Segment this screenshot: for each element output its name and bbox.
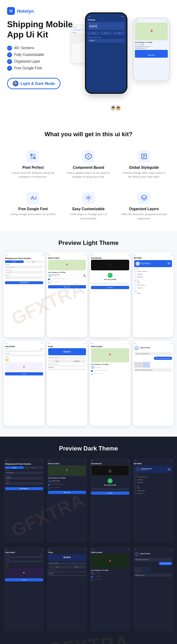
dark-screen-tracking2: 9:41●● Tracky $5,560.00 Enter track numb… [47, 547, 88, 632]
dark-screen-tracking: 9:41●● Detail Location Your Package on T… [47, 458, 88, 543]
component-icon-wrap [82, 150, 95, 163]
layers-icon-wrap [138, 191, 150, 204]
dark-screen-scan: 9:41●● Scan Barcode ▦ ✓ Scan Successfull… [90, 458, 131, 543]
avatar-cluster: 👦 👧 [110, 104, 122, 111]
light-screen-tracking2: 9:41●● Tracky $5,560.00 Enter track numb… [47, 341, 88, 426]
feature-item-1: 40+ Screens [7, 46, 74, 51]
main-phone-mockup: 9:41▶ ▼ Tracking Enter track number $5,5… [85, 12, 127, 94]
light-preview-title: Preview Light Theme [4, 240, 173, 247]
feature-card-title-component: Component Based [73, 166, 104, 169]
feature-card-title-styleguide: Global Styleguide [129, 166, 159, 169]
dark-preview-title: Preview Dark Theme [4, 445, 173, 452]
light-preview-section: GFXTRA Preview Light Theme 9:41●● Shippi… [0, 231, 177, 437]
light-screens-row1: 9:41●● Shipping and Track Anytime Sign U… [4, 252, 173, 338]
dark-screen-profile: 9:41●● My Profile Jimmy Salamoni jimmy@g… [133, 458, 174, 543]
svg-rect-1 [33, 154, 36, 156]
feature-card-font: Aa Free Google Font Using Google font kn… [7, 188, 59, 224]
feature-card-styleguide: Global Styleguide Connect things with a … [118, 146, 170, 182]
hero-left: Shipping Mobile App Ui Kit 40+ Screens F… [7, 19, 74, 89]
check-icon-3 [7, 59, 12, 64]
feature-card-title-customizable: Easy Customizable [72, 207, 104, 211]
features-grid: Pixel Perfect Check all of the features … [7, 146, 170, 224]
component-icon [85, 153, 92, 160]
font-icon-wrap: Aa [27, 191, 39, 204]
feature-card-title-font: Free Google Font [18, 207, 48, 211]
features-section: What you will get in this ui kit? Pixel … [0, 120, 177, 231]
svg-text:Aa: Aa [31, 195, 37, 201]
feature-card-desc-layers: Filter the licensed, grouped and well or… [120, 212, 168, 220]
pixel-icon [29, 153, 36, 160]
styleguide-icon [141, 153, 148, 160]
feature-card-desc-component: Hold a global vision on all areas to cha… [65, 171, 113, 179]
feature-card-title-pixel: Pixel Perfect [22, 166, 44, 169]
dark-screen-chat: 9:41●● Galford Khalifa Online Thank You!… [133, 547, 174, 632]
svg-rect-0 [30, 154, 33, 156]
feature-card-desc-font: Using Google font known as QUIRA. [10, 212, 56, 216]
dark-screen-detail: 9:41●● Detail Location 📍 Your Package on… [90, 547, 131, 632]
feature-card-layers: Organized Layers Filter the licensed, gr… [118, 188, 170, 224]
svg-rect-2 [30, 157, 33, 159]
mode-badge[interactable]: 🎨 Light & Dark Mode [7, 78, 61, 89]
dark-screen-order: 9:41●● Order Details Full Name Weight Di… [4, 547, 45, 632]
feature-card-title-layers: Organized Layers [129, 207, 159, 211]
light-screen-login: 9:41●● Shipping and Track Anytime Sign U… [4, 252, 45, 338]
light-screens-row2: 9:41●● Order Details Full Name Weight Di… [4, 341, 173, 426]
pixel-icon-wrap [27, 150, 39, 163]
feature-list: 40+ Screens Fully Customizable Organized… [7, 46, 74, 71]
dark-screen-login: 9:41●● Shipping and Track Anytime Sign U… [4, 458, 45, 543]
hero-phones-area: 9:41▶ ▼ Tracking Enter track number $5,5… [67, 7, 177, 117]
secondary-phone-mockup: 9:41●● 📍 Your Package on The Way Mohamme… [133, 18, 170, 81]
dark-screens-row1: 9:41●● Shipping and Track Anytime Sign U… [4, 458, 173, 543]
features-section-title: What you will get in this ui kit? [7, 131, 170, 138]
check-icon-4 [7, 66, 12, 71]
customizable-icon-wrap [82, 191, 95, 204]
hero-title: Shipping Mobile App Ui Kit [7, 19, 74, 40]
light-screen-order: 9:41●● Order Details Full Name Weight Di… [4, 341, 45, 426]
feature-card-desc-styleguide: Connect things with a few clicks in the … [120, 171, 168, 179]
check-icon-2 [7, 52, 12, 57]
header-section: H Hotelyn Shipping Mobile App Ui Kit 40+… [0, 0, 177, 120]
dark-preview-section: GFXTRA Preview Dark Theme 9:41●● Shippin… [0, 437, 177, 644]
dark-screens-row2: 9:41●● Order Details Full Name Weight Di… [4, 547, 173, 632]
light-screen-tracking: 9:41●● Detail Location Your Package on T… [47, 252, 88, 338]
feature-card-desc-pixel: Check all of the features using the mult… [9, 171, 57, 179]
styleguide-icon-wrap [138, 150, 150, 163]
font-icon: Aa [29, 194, 36, 201]
feature-item-4: Free Google Font [7, 66, 74, 71]
svg-point-11 [87, 197, 89, 199]
light-screen-profile: 9:41●● My Profile Beni Salamoni beniSala… [133, 252, 174, 338]
feature-card-desc-customizable: 1000 ways to change and 1.8 customizable… [65, 212, 113, 220]
feature-card-pixel: Pixel Perfect Check all of the features … [7, 146, 59, 182]
layers-icon [141, 194, 148, 201]
light-screen-detail: 9:41●● Detail Location Your Package on T… [90, 341, 131, 426]
feature-item-3: Organized Layer [7, 59, 74, 64]
svg-point-5 [87, 156, 89, 157]
mode-badge-icon: 🎨 [13, 81, 18, 86]
feature-item-2: Fully Customizable [7, 52, 74, 57]
brand-name: Hotelyn [17, 8, 34, 14]
customizable-icon [85, 194, 92, 201]
feature-card-customizable: Easy Customizable 1000 ways to change an… [63, 188, 115, 224]
check-icon-1 [7, 46, 12, 51]
brand-icon: H [7, 7, 15, 15]
light-screen-scan: 9:41●● Scan Barcode ▦ ✓ Scan Successfull… [90, 252, 131, 338]
svg-rect-3 [33, 157, 36, 159]
feature-card-component: Component Based Hold a global vision on … [63, 146, 115, 182]
light-screen-chat: 9:41●● Galford Khalifa Online Thank You!… [133, 341, 174, 426]
